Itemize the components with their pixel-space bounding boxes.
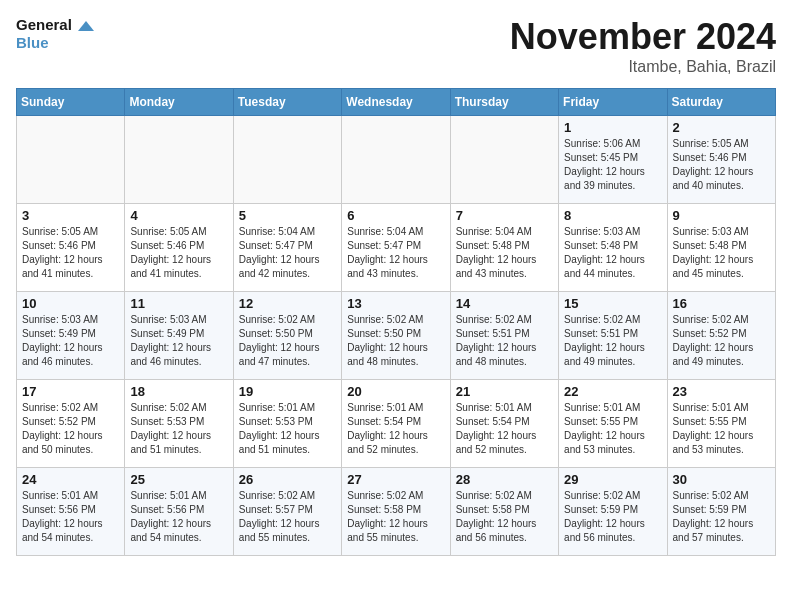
day-info: Sunrise: 5:02 AM Sunset: 5:53 PM Dayligh… — [130, 401, 227, 457]
page-header: General Blue November 2024 Itambe, Bahia… — [16, 16, 776, 76]
day-number: 11 — [130, 296, 227, 311]
day-number: 29 — [564, 472, 661, 487]
day-number: 12 — [239, 296, 336, 311]
day-number: 13 — [347, 296, 444, 311]
day-info: Sunrise: 5:02 AM Sunset: 5:50 PM Dayligh… — [239, 313, 336, 369]
calendar-cell: 28Sunrise: 5:02 AM Sunset: 5:58 PM Dayli… — [450, 468, 558, 556]
day-info: Sunrise: 5:04 AM Sunset: 5:47 PM Dayligh… — [347, 225, 444, 281]
day-info: Sunrise: 5:05 AM Sunset: 5:46 PM Dayligh… — [130, 225, 227, 281]
day-number: 19 — [239, 384, 336, 399]
day-info: Sunrise: 5:01 AM Sunset: 5:55 PM Dayligh… — [564, 401, 661, 457]
day-number: 17 — [22, 384, 119, 399]
day-number: 26 — [239, 472, 336, 487]
logo: General Blue — [16, 16, 94, 52]
calendar-cell: 27Sunrise: 5:02 AM Sunset: 5:58 PM Dayli… — [342, 468, 450, 556]
day-number: 7 — [456, 208, 553, 223]
calendar-cell: 7Sunrise: 5:04 AM Sunset: 5:48 PM Daylig… — [450, 204, 558, 292]
day-info: Sunrise: 5:01 AM Sunset: 5:54 PM Dayligh… — [456, 401, 553, 457]
day-info: Sunrise: 5:03 AM Sunset: 5:49 PM Dayligh… — [130, 313, 227, 369]
calendar-cell: 26Sunrise: 5:02 AM Sunset: 5:57 PM Dayli… — [233, 468, 341, 556]
weekday-header: Friday — [559, 89, 667, 116]
weekday-header: Wednesday — [342, 89, 450, 116]
weekday-header: Monday — [125, 89, 233, 116]
day-info: Sunrise: 5:04 AM Sunset: 5:48 PM Dayligh… — [456, 225, 553, 281]
day-info: Sunrise: 5:03 AM Sunset: 5:49 PM Dayligh… — [22, 313, 119, 369]
day-number: 4 — [130, 208, 227, 223]
calendar-cell: 19Sunrise: 5:01 AM Sunset: 5:53 PM Dayli… — [233, 380, 341, 468]
day-number: 22 — [564, 384, 661, 399]
day-number: 8 — [564, 208, 661, 223]
calendar-cell: 20Sunrise: 5:01 AM Sunset: 5:54 PM Dayli… — [342, 380, 450, 468]
calendar-cell: 9Sunrise: 5:03 AM Sunset: 5:48 PM Daylig… — [667, 204, 775, 292]
calendar-cell: 18Sunrise: 5:02 AM Sunset: 5:53 PM Dayli… — [125, 380, 233, 468]
weekday-header-row: SundayMondayTuesdayWednesdayThursdayFrid… — [17, 89, 776, 116]
calendar-cell: 24Sunrise: 5:01 AM Sunset: 5:56 PM Dayli… — [17, 468, 125, 556]
day-info: Sunrise: 5:05 AM Sunset: 5:46 PM Dayligh… — [22, 225, 119, 281]
calendar-cell: 14Sunrise: 5:02 AM Sunset: 5:51 PM Dayli… — [450, 292, 558, 380]
day-info: Sunrise: 5:01 AM Sunset: 5:56 PM Dayligh… — [22, 489, 119, 545]
calendar-week-row: 1Sunrise: 5:06 AM Sunset: 5:45 PM Daylig… — [17, 116, 776, 204]
calendar-cell: 15Sunrise: 5:02 AM Sunset: 5:51 PM Dayli… — [559, 292, 667, 380]
calendar-cell — [233, 116, 341, 204]
day-info: Sunrise: 5:02 AM Sunset: 5:59 PM Dayligh… — [564, 489, 661, 545]
calendar-cell: 22Sunrise: 5:01 AM Sunset: 5:55 PM Dayli… — [559, 380, 667, 468]
calendar-cell — [342, 116, 450, 204]
calendar-cell: 10Sunrise: 5:03 AM Sunset: 5:49 PM Dayli… — [17, 292, 125, 380]
weekday-header: Thursday — [450, 89, 558, 116]
day-number: 20 — [347, 384, 444, 399]
calendar-week-row: 24Sunrise: 5:01 AM Sunset: 5:56 PM Dayli… — [17, 468, 776, 556]
calendar-cell: 17Sunrise: 5:02 AM Sunset: 5:52 PM Dayli… — [17, 380, 125, 468]
calendar-table: SundayMondayTuesdayWednesdayThursdayFrid… — [16, 88, 776, 556]
day-info: Sunrise: 5:01 AM Sunset: 5:56 PM Dayligh… — [130, 489, 227, 545]
weekday-header: Saturday — [667, 89, 775, 116]
calendar-cell: 5Sunrise: 5:04 AM Sunset: 5:47 PM Daylig… — [233, 204, 341, 292]
day-number: 16 — [673, 296, 770, 311]
day-number: 1 — [564, 120, 661, 135]
day-info: Sunrise: 5:02 AM Sunset: 5:52 PM Dayligh… — [22, 401, 119, 457]
day-info: Sunrise: 5:02 AM Sunset: 5:58 PM Dayligh… — [347, 489, 444, 545]
weekday-header: Tuesday — [233, 89, 341, 116]
calendar-cell: 11Sunrise: 5:03 AM Sunset: 5:49 PM Dayli… — [125, 292, 233, 380]
calendar-cell — [125, 116, 233, 204]
day-number: 15 — [564, 296, 661, 311]
day-info: Sunrise: 5:02 AM Sunset: 5:50 PM Dayligh… — [347, 313, 444, 369]
day-number: 23 — [673, 384, 770, 399]
calendar-cell: 13Sunrise: 5:02 AM Sunset: 5:50 PM Dayli… — [342, 292, 450, 380]
day-info: Sunrise: 5:06 AM Sunset: 5:45 PM Dayligh… — [564, 137, 661, 193]
day-number: 14 — [456, 296, 553, 311]
calendar-cell: 12Sunrise: 5:02 AM Sunset: 5:50 PM Dayli… — [233, 292, 341, 380]
day-info: Sunrise: 5:01 AM Sunset: 5:54 PM Dayligh… — [347, 401, 444, 457]
day-info: Sunrise: 5:02 AM Sunset: 5:59 PM Dayligh… — [673, 489, 770, 545]
day-info: Sunrise: 5:02 AM Sunset: 5:51 PM Dayligh… — [564, 313, 661, 369]
title-block: November 2024 Itambe, Bahia, Brazil — [510, 16, 776, 76]
calendar-cell: 16Sunrise: 5:02 AM Sunset: 5:52 PM Dayli… — [667, 292, 775, 380]
day-number: 9 — [673, 208, 770, 223]
day-number: 25 — [130, 472, 227, 487]
calendar-cell: 2Sunrise: 5:05 AM Sunset: 5:46 PM Daylig… — [667, 116, 775, 204]
day-number: 27 — [347, 472, 444, 487]
day-info: Sunrise: 5:03 AM Sunset: 5:48 PM Dayligh… — [564, 225, 661, 281]
calendar-cell: 1Sunrise: 5:06 AM Sunset: 5:45 PM Daylig… — [559, 116, 667, 204]
day-info: Sunrise: 5:03 AM Sunset: 5:48 PM Dayligh… — [673, 225, 770, 281]
day-info: Sunrise: 5:02 AM Sunset: 5:57 PM Dayligh… — [239, 489, 336, 545]
day-number: 6 — [347, 208, 444, 223]
day-number: 5 — [239, 208, 336, 223]
day-number: 30 — [673, 472, 770, 487]
calendar-cell: 3Sunrise: 5:05 AM Sunset: 5:46 PM Daylig… — [17, 204, 125, 292]
day-number: 18 — [130, 384, 227, 399]
calendar-week-row: 10Sunrise: 5:03 AM Sunset: 5:49 PM Dayli… — [17, 292, 776, 380]
month-title: November 2024 — [510, 16, 776, 58]
day-number: 10 — [22, 296, 119, 311]
weekday-header: Sunday — [17, 89, 125, 116]
calendar-cell: 23Sunrise: 5:01 AM Sunset: 5:55 PM Dayli… — [667, 380, 775, 468]
calendar-week-row: 3Sunrise: 5:05 AM Sunset: 5:46 PM Daylig… — [17, 204, 776, 292]
calendar-cell — [17, 116, 125, 204]
calendar-week-row: 17Sunrise: 5:02 AM Sunset: 5:52 PM Dayli… — [17, 380, 776, 468]
location: Itambe, Bahia, Brazil — [510, 58, 776, 76]
day-number: 3 — [22, 208, 119, 223]
calendar-cell: 30Sunrise: 5:02 AM Sunset: 5:59 PM Dayli… — [667, 468, 775, 556]
day-info: Sunrise: 5:02 AM Sunset: 5:58 PM Dayligh… — [456, 489, 553, 545]
day-info: Sunrise: 5:04 AM Sunset: 5:47 PM Dayligh… — [239, 225, 336, 281]
day-info: Sunrise: 5:02 AM Sunset: 5:51 PM Dayligh… — [456, 313, 553, 369]
day-info: Sunrise: 5:01 AM Sunset: 5:53 PM Dayligh… — [239, 401, 336, 457]
